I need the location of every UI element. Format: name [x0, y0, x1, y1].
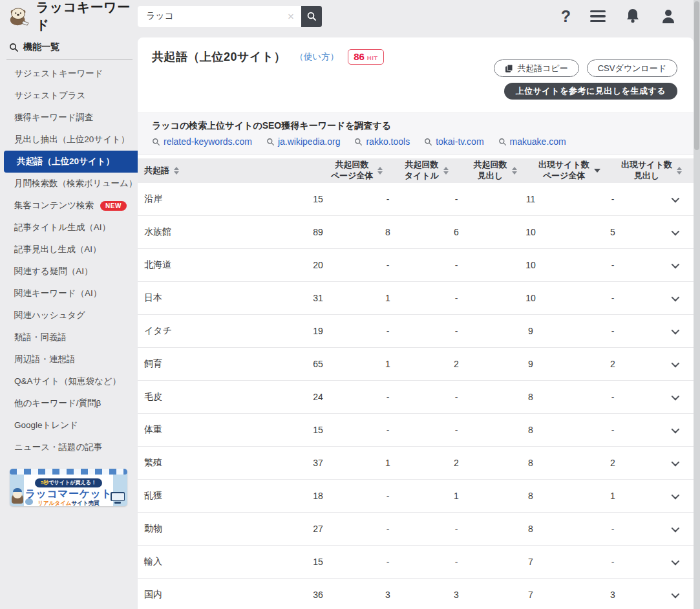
sidebar-item-14[interactable]: Q&Aサイト（知恵袋など） [0, 370, 138, 392]
clear-search-icon[interactable]: × [286, 11, 295, 22]
expand-row-control[interactable] [655, 197, 694, 202]
column-header-0[interactable]: 共起語 [138, 166, 321, 176]
sites-page-cell: 8 [491, 425, 571, 435]
sort-icon[interactable] [677, 167, 682, 175]
generate-headings-button[interactable]: 上位サイトを参考に見出しを生成する [504, 83, 677, 100]
sidebar-item-2[interactable]: 獲得キーワード調査 [0, 107, 138, 129]
sidebar-item-12[interactable]: 類語・同義語 [0, 326, 138, 348]
expand-row-control[interactable] [655, 295, 694, 301]
sort-icon[interactable] [512, 167, 517, 175]
rakko-market-ad-banner[interactable]: 5秒でサイトが買える！ ラッコマーケット リアルタイムサイト売買 [10, 469, 127, 506]
column-header-1[interactable]: 共起回数ページ全体 [321, 160, 392, 182]
usage-link[interactable]: （使い方） [295, 51, 339, 63]
sidebar-item-4[interactable]: 共起語（上位20サイト） [4, 151, 138, 173]
brand-logo[interactable]: ラッコキーワード [0, 0, 138, 34]
count-title-cell: - [354, 260, 422, 270]
scrollbar-thumb[interactable] [694, 1, 699, 150]
expand-row-control[interactable] [655, 394, 694, 400]
sidebar-item-13[interactable]: 周辺語・連想語 [0, 348, 138, 370]
sidebar-item-0[interactable]: サジェストキーワード [0, 63, 138, 85]
features-list-header[interactable]: 機能一覧 [0, 32, 138, 59]
expand-row-control[interactable] [655, 592, 694, 598]
expand-row-control[interactable] [655, 559, 694, 565]
table-row[interactable]: 動物 27 - - 8 - [138, 513, 694, 546]
column-header-5[interactable]: 出現サイト数見出し [610, 160, 694, 182]
column-header-3[interactable]: 共起回数見出し [461, 160, 529, 182]
count-page-cell: 18 [282, 491, 354, 501]
table-row[interactable]: 飼育 65 1 2 9 2 [138, 348, 694, 381]
expand-row-control[interactable] [655, 328, 694, 334]
sidebar-item-5[interactable]: 月間検索数（検索ボリューム） [0, 173, 138, 195]
expand-row-control[interactable] [655, 230, 694, 235]
sidebar-item-9[interactable]: 関連する疑問（AI） [0, 261, 138, 283]
sort-icon[interactable] [443, 167, 449, 175]
sidebar-item-1[interactable]: サジェストプラス [0, 85, 138, 107]
table-row[interactable]: 水族館 89 8 6 10 5 [138, 216, 694, 249]
menu-icon[interactable] [590, 10, 606, 23]
column-header-4[interactable]: 出現サイト数ページ全体 [529, 160, 610, 182]
sites-heading-cell: - [571, 326, 655, 336]
page-scrollbar[interactable] [694, 0, 700, 609]
count-page-cell: 31 [282, 293, 354, 303]
hit-count: 86 [354, 51, 365, 62]
count-heading-cell: - [422, 293, 491, 303]
account-person-icon[interactable] [660, 8, 677, 25]
site-link[interactable]: ja.wikipedia.org [266, 136, 341, 147]
help-icon[interactable]: ? [561, 7, 571, 26]
copy-icon [505, 64, 513, 73]
table-row[interactable]: 体重 15 - - 8 - [138, 414, 694, 447]
chevron-down-icon [671, 359, 679, 367]
sidebar-item-16[interactable]: Googleトレンド [0, 414, 138, 436]
expand-row-control[interactable] [655, 460, 694, 466]
keyword-cell: 国内 [138, 589, 282, 601]
table-row[interactable]: 日本 31 1 - 10 - [138, 282, 694, 315]
sort-icon[interactable] [594, 169, 600, 173]
column-header-2[interactable]: 共起回数タイトル [392, 160, 461, 182]
notifications-bell-icon[interactable] [625, 8, 641, 25]
sidebar-item-15[interactable]: 他のキーワード/質問β [0, 392, 138, 414]
search-input[interactable] [146, 11, 286, 21]
expand-row-control[interactable] [655, 361, 694, 367]
keyword-search: × [138, 6, 322, 27]
sidebar-item-6[interactable]: 集客コンテンツ検索 NEW [0, 195, 138, 217]
sort-icon[interactable] [377, 167, 383, 175]
sort-icon[interactable] [174, 167, 179, 175]
count-title-cell: - [354, 392, 422, 402]
table-row[interactable]: 輸入 15 - - 7 - [138, 546, 694, 579]
table-row[interactable]: 国内 36 3 3 7 3 [138, 579, 694, 609]
sidebar-item-7[interactable]: 記事タイトル生成（AI） [0, 217, 138, 239]
sites-page-cell: 8 [491, 458, 571, 468]
sidebar-item-8[interactable]: 記事見出し生成（AI） [0, 239, 138, 261]
site-link[interactable]: rakko.tools [354, 136, 410, 147]
count-heading-cell: 6 [422, 227, 491, 237]
table-row[interactable]: 毛皮 24 - - 8 - [138, 381, 694, 414]
table-row[interactable]: 北海道 20 - - 10 - [138, 249, 694, 282]
site-link[interactable]: tokai-tv.com [424, 136, 483, 147]
count-title-cell: - [354, 491, 422, 501]
site-link[interactable]: makuake.com [498, 136, 566, 147]
table-row[interactable]: イタチ 19 - - 9 - [138, 315, 694, 348]
sidebar-item-3[interactable]: 見出し抽出（上位20サイト） [0, 129, 138, 151]
sidebar-item-11[interactable]: 関連ハッシュタグ [0, 304, 138, 326]
sites-heading-cell: - [571, 260, 655, 270]
features-search-icon [9, 43, 19, 52]
sidebar-item-17[interactable]: ニュース・話題の記事 [0, 436, 138, 458]
expand-row-control[interactable] [655, 493, 694, 499]
count-page-cell: 20 [282, 260, 354, 270]
cooccurrence-table: 共起語 共起回数ページ全体 共起回数タイトル 共起回数見出し 出現サイト数ページ… [138, 158, 694, 609]
search-button[interactable] [301, 6, 322, 27]
sidebar-item-10[interactable]: 関連キーワード（AI） [0, 283, 138, 304]
search-icon [152, 138, 160, 146]
expand-row-control[interactable] [655, 526, 694, 532]
table-header-row: 共起語 共起回数ページ全体 共起回数タイトル 共起回数見出し 出現サイト数ページ… [138, 158, 694, 183]
sites-page-cell: 7 [491, 557, 571, 567]
expand-row-control[interactable] [655, 427, 694, 433]
csv-download-button[interactable]: CSVダウンロード [587, 59, 677, 77]
table-row[interactable]: 沿岸 15 - - 11 - [138, 183, 694, 216]
table-row[interactable]: 乱獲 18 - 1 8 1 [138, 480, 694, 513]
copy-cooccurrence-button[interactable]: 共起語コピー [494, 59, 579, 77]
site-link[interactable]: related-keywords.com [152, 136, 252, 147]
table-row[interactable]: 繁殖 37 1 2 8 2 [138, 447, 694, 480]
chevron-down-icon [671, 590, 679, 598]
expand-row-control[interactable] [655, 262, 694, 268]
